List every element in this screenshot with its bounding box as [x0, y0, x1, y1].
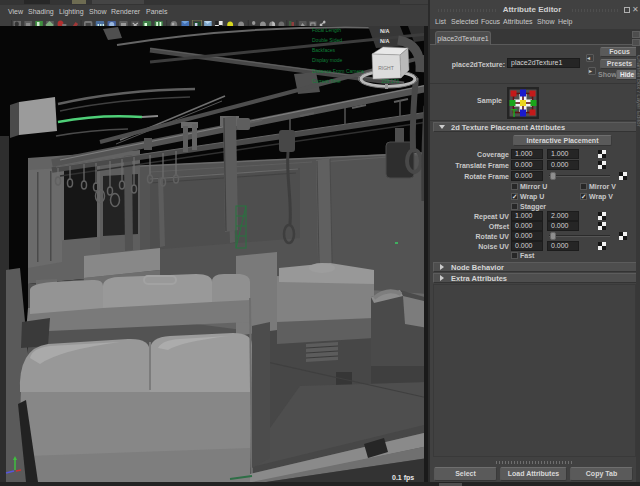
svg-text:N/A: N/A	[380, 38, 390, 44]
svg-text:Display mode: Display mode	[312, 57, 343, 63]
svg-text:RIGHT: RIGHT	[378, 65, 394, 71]
svg-text:Distance From Camera: Distance From Camera	[312, 68, 364, 74]
svg-text:Backfaces: Backfaces	[312, 47, 336, 53]
svg-text:N/A: N/A	[380, 28, 390, 34]
svg-text:T: T	[511, 108, 517, 119]
svg-text:Current Time: Current Time	[312, 78, 341, 84]
svg-text:Focal Length: Focal Length	[312, 27, 341, 33]
svg-text:109.173: 109.173	[381, 78, 399, 84]
svg-text:0.1 fps: 0.1 fps	[392, 474, 414, 482]
svg-text:Double Sided: Double Sided	[312, 37, 342, 43]
